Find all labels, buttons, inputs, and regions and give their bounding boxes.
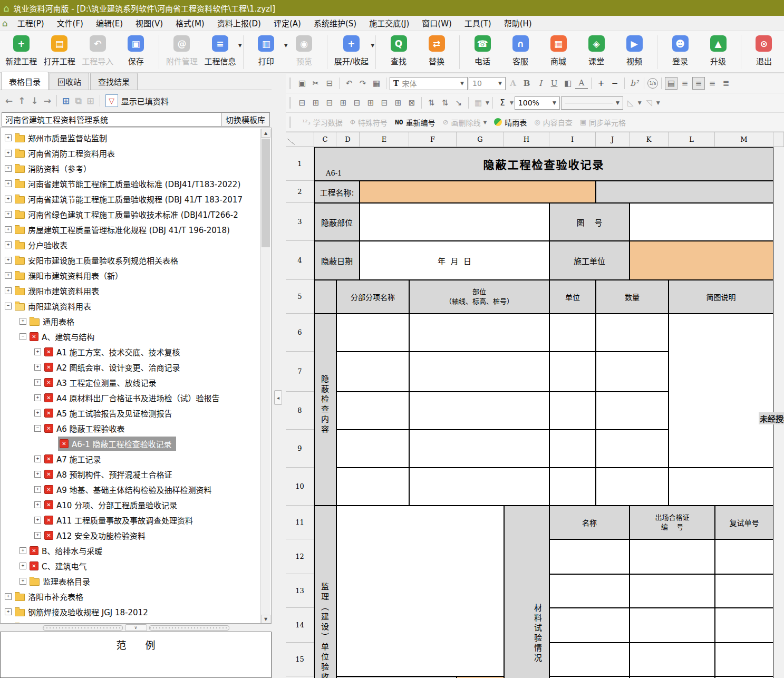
hidden-part-input-cell[interactable]	[360, 203, 549, 241]
row-height-icon[interactable]: ⇅	[425, 96, 438, 109]
tree-item-17[interactable]: +✕A3 工程定位测量、放线记录	[1, 375, 262, 390]
nav-right-icon[interactable]: →	[44, 95, 51, 106]
row-header-5[interactable]: 5	[286, 280, 314, 314]
draw-strikethrough-button[interactable]: ⊘画删除线▼	[443, 117, 487, 128]
form-title-cell[interactable]: 隐蔽工程检查验收记录	[314, 147, 773, 181]
store-button[interactable]: ▦商城	[539, 35, 577, 66]
tree-item-15[interactable]: +✕A1 施工方案、技术交底、技术复核	[1, 344, 262, 360]
chevron-down-icon[interactable]: ▼	[483, 120, 487, 125]
copy-table-icon[interactable]: ⧉	[75, 95, 81, 106]
form-data-cell[interactable]	[596, 392, 669, 430]
copy-icon[interactable]: ▣	[296, 77, 308, 90]
text-direction-icon[interactable]: ↘	[452, 96, 465, 109]
video-button[interactable]: ▶视频	[615, 35, 653, 66]
superscript-icon[interactable]: b²	[628, 77, 641, 90]
material-band-cell[interactable]: 材料试验情况	[504, 506, 549, 678]
chevron-down-icon[interactable]: ▼	[510, 100, 514, 105]
expand-plus-icon[interactable]: +	[20, 578, 26, 585]
contractor-input-cell[interactable]	[630, 241, 773, 280]
form-data-cell[interactable]	[549, 574, 630, 608]
expand-plus-icon[interactable]: +	[5, 165, 12, 172]
expand-plus-icon[interactable]: +	[5, 593, 12, 600]
cut-icon[interactable]: ✂	[309, 77, 322, 90]
line-spacing-icon[interactable]: ⇅	[439, 96, 451, 109]
column-header-E[interactable]: E	[360, 132, 409, 147]
exit-button[interactable]: ⊙退出	[745, 35, 783, 66]
tab-3[interactable]: 查找结果	[90, 73, 138, 90]
form-data-cell[interactable]	[409, 392, 549, 430]
delete-col-icon[interactable]: ⊞	[392, 96, 404, 109]
menu-item-11[interactable]: 工具(T)	[458, 16, 498, 30]
import-project-button[interactable]: ↶工程导入	[79, 35, 117, 66]
menu-item-2[interactable]: 文件(F)	[51, 16, 90, 30]
line-style-select[interactable]: ▼	[561, 96, 623, 110]
new-project-button[interactable]: +新建工程	[2, 35, 41, 66]
expand-plus-icon[interactable]: +	[5, 150, 12, 157]
delete-row-icon[interactable]: ⊟	[378, 96, 391, 109]
scroll-down-icon[interactable]: ▼	[261, 615, 270, 624]
tree-item-10[interactable]: +濮阳市建筑资料用表（新）	[1, 268, 262, 283]
column-header-D[interactable]: D	[336, 132, 360, 147]
name-header-cell[interactable]: 名称	[549, 506, 630, 539]
fraction-icon[interactable]: 1/a	[647, 78, 658, 89]
expand-plus-icon[interactable]: +	[34, 471, 41, 478]
scrollbar-thumb[interactable]	[262, 139, 270, 247]
tree-item-23[interactable]: +✕A8 预制构件、预拌混凝土合格证	[1, 467, 262, 482]
italic-icon[interactable]: I	[534, 77, 547, 90]
redo-icon[interactable]: ↷	[356, 77, 369, 90]
chevron-down-icon[interactable]: ▼	[238, 43, 242, 48]
form-data-cell[interactable]	[630, 574, 715, 608]
sketch-input-cell[interactable]	[669, 468, 773, 506]
column-header-L[interactable]: L	[669, 132, 715, 147]
insert-col-left-icon[interactable]: ⊟	[323, 96, 336, 109]
form-cell[interactable]	[314, 280, 336, 314]
row-header-14[interactable]: 14	[286, 608, 314, 643]
collapse-minus-icon[interactable]: −	[34, 425, 41, 432]
form-data-cell[interactable]	[549, 430, 596, 468]
open-project-button[interactable]: ▤打开工程	[41, 35, 79, 66]
tree-item-29[interactable]: +✕C、建筑电气	[1, 558, 262, 574]
tree-item-33[interactable]: +建筑结构加固改造 (GB 50550-2010)	[1, 619, 262, 624]
merge-center-icon[interactable]: ▤	[665, 77, 677, 90]
expand-plus-icon[interactable]: +	[5, 287, 12, 294]
expand-plus-icon[interactable]: +	[34, 501, 41, 508]
cert-header-cell[interactable]: 出场合格证 编 号	[630, 506, 715, 539]
supervisor-band-cell[interactable]: 监理（建设）单位验收	[314, 506, 336, 678]
tree-item-28[interactable]: +✕B、给排水与采暖	[1, 543, 262, 558]
insert-row-above-icon[interactable]: ⊟	[296, 96, 308, 109]
expand-plus-icon[interactable]: +	[5, 272, 12, 279]
tree-scrollbar[interactable]: ▲ ▼	[260, 129, 270, 624]
expand-plus-icon[interactable]: +	[5, 226, 12, 233]
form-data-cell[interactable]	[549, 608, 630, 643]
horizontal-splitter[interactable]: ∨	[0, 624, 272, 632]
menu-item-3[interactable]: 编辑(E)	[90, 16, 129, 30]
expand-plus-icon[interactable]: +	[34, 379, 41, 386]
form-data-cell[interactable]	[715, 643, 773, 676]
tree-item-5[interactable]: +河南省建筑节能工程施工质量验收规程 (DBJ 41/T 183-2017	[1, 191, 262, 207]
subitem-header-cell[interactable]: 分部分项名称	[336, 280, 409, 314]
barometer-button[interactable]: 晴雨表	[494, 117, 527, 128]
column-header-J[interactable]: J	[596, 132, 630, 147]
chevron-down-icon[interactable]: ▼	[656, 100, 660, 105]
expand-collapse-button[interactable]: +展开/收起▼	[331, 35, 372, 66]
tree-item-16[interactable]: +✕A2 图纸会审、设计变更、洽商记录	[1, 360, 262, 375]
expand-plus-icon[interactable]: +	[5, 196, 12, 202]
column-header-M[interactable]: M	[715, 132, 773, 147]
collapse-minus-icon[interactable]: −	[20, 333, 26, 340]
tree-item-4[interactable]: +河南省建筑节能工程施工质量验收标准 (DBJ41/T183-2022)	[1, 176, 262, 191]
tree-item-21[interactable]: ✕A6-1 隐蔽工程检查验收记录	[1, 436, 262, 451]
zoom-select[interactable]: 100% ▼	[515, 96, 560, 110]
menu-item-7[interactable]: 评定(A)	[267, 16, 307, 30]
sheet-corner-cell[interactable]	[286, 132, 314, 147]
expand-plus-icon[interactable]: +	[34, 410, 41, 417]
project-name-input-cell[interactable]	[360, 181, 596, 203]
menu-item-9[interactable]: 施工交底(J)	[363, 16, 415, 30]
upgrade-button[interactable]: ▲升级	[699, 35, 737, 66]
tree-item-2[interactable]: +河南省消防工程资料用表	[1, 146, 262, 161]
table-icon[interactable]: ⊞	[86, 95, 94, 106]
font-size-select[interactable]: 10 ▼	[469, 77, 506, 90]
row-header-1[interactable]: 1	[286, 147, 314, 181]
expand-plus-icon[interactable]: +	[34, 517, 41, 524]
hidden-part-label-cell[interactable]: 隐蔽部位	[314, 203, 360, 241]
expand-plus-icon[interactable]: +	[34, 364, 41, 371]
